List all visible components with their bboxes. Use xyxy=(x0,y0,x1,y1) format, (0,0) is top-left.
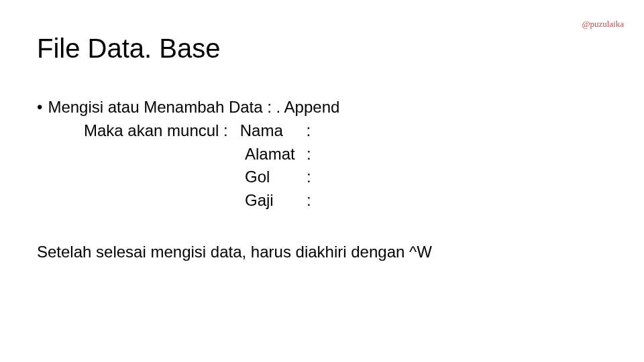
field-sep: : xyxy=(307,143,311,166)
footer-text: Setelah selesai mengisi data, harus diak… xyxy=(37,241,607,264)
bullet-item: • Mengisi atau Menambah Data : . Append xyxy=(37,96,607,119)
field-label: Alamat xyxy=(245,143,307,166)
slide-content: File Data. Base • Mengisi atau Menambah … xyxy=(0,0,644,264)
field-row: Gaji : xyxy=(37,189,607,213)
field-label: Gol xyxy=(245,166,307,189)
field-label: Nama xyxy=(240,119,302,143)
page-title: File Data. Base xyxy=(37,34,607,64)
watermark: @puzulaika xyxy=(582,19,624,29)
bullet-text: Mengisi atau Menambah Data : . Append xyxy=(48,96,339,119)
prompt-lead: Maka akan muncul : xyxy=(84,119,228,143)
bullet-symbol: • xyxy=(37,96,42,119)
field-row: Alamat : xyxy=(37,143,607,166)
field-label: Gaji xyxy=(245,189,307,213)
field-sep: : xyxy=(307,189,311,213)
field-row: Gol : xyxy=(37,166,607,189)
prompt-line: Maka akan muncul : Nama : xyxy=(37,119,607,143)
field-sep: : xyxy=(307,166,311,189)
field-sep: : xyxy=(306,119,311,143)
